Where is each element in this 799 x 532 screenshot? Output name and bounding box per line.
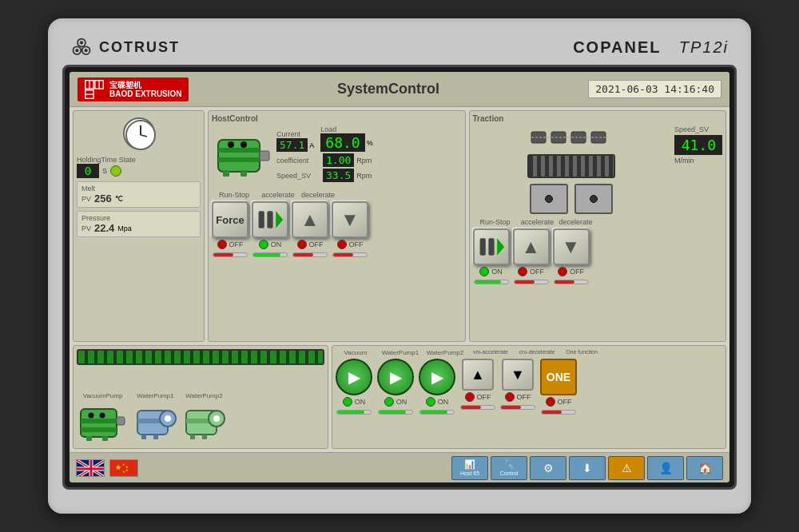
decelerate-button[interactable]: ▼	[332, 201, 368, 238]
traction-run-slider[interactable]	[474, 280, 509, 284]
cru-decel-slider[interactable]	[500, 405, 535, 410]
run-stop-led-green	[259, 240, 268, 249]
cru-decel-button[interactable]: ▼	[502, 359, 534, 391]
pressure-pv-label: PV	[81, 224, 91, 232]
melt-value: 256	[94, 193, 112, 204]
decelerate-slider[interactable]	[332, 252, 368, 257]
svg-point-18	[228, 141, 234, 148]
vm-accel-button[interactable]: ▲	[462, 359, 494, 391]
run-stop-slider[interactable]	[252, 252, 288, 257]
vacuum-panel-labels: Vacuum WaterPump1 WaterPump2 vm-accelera…	[336, 349, 722, 356]
host-control-panel: HostControl	[208, 110, 466, 342]
svg-point-45	[165, 415, 171, 422]
traction-decel-slider[interactable]	[554, 280, 589, 284]
traction-decelerate-label: decelerate	[558, 218, 594, 226]
traction-panel: Traction	[469, 110, 727, 342]
water1-on-button[interactable]: ▶	[377, 359, 414, 395]
flag-uk[interactable]	[76, 459, 105, 477]
coefficient-label: coefficient	[276, 157, 320, 165]
load-value: 68.0	[320, 133, 364, 152]
clock-area	[77, 114, 201, 153]
footer-control-icon: 🔧	[503, 459, 515, 470]
melt-box: Melt PV 256 ℃	[77, 181, 201, 208]
vacuum-on-label: ON	[355, 398, 366, 406]
vm-accel-led	[465, 392, 475, 402]
footer-home-button[interactable]: 🏠	[686, 456, 723, 480]
one-slider[interactable]	[541, 410, 576, 415]
vacuum-on-button[interactable]: ▶	[336, 359, 372, 395]
svg-rect-21	[223, 170, 229, 177]
warning-icon: ⚠	[622, 462, 632, 474]
pressure-box: Pressure PV 22.4 Mpa	[77, 211, 201, 237]
traction-top-rollers	[527, 125, 615, 149]
water1-on-slider[interactable]	[378, 410, 413, 415]
coefficient-unit: Rpm	[356, 157, 372, 165]
accelerate-slider[interactable]	[292, 252, 328, 257]
vp-vm-accel-label: vm-accelerate	[470, 349, 511, 356]
svg-text:★: ★	[122, 470, 125, 474]
host-buttons-row: Run-Stop accelerate decelerate	[212, 191, 462, 199]
svg-rect-52	[190, 435, 195, 439]
vacuum-pump-label: VacuumPump	[83, 392, 123, 399]
one-off-label: OFF	[558, 398, 572, 406]
footer-host65-button[interactable]: 📊 Host 65	[451, 456, 488, 480]
footer-download-button[interactable]: ⬇	[569, 456, 606, 480]
cotrust-logo-icon	[70, 36, 93, 58]
traction-decelerate-btn-group: ▼ OFF	[553, 228, 590, 284]
traction-decelerate-button[interactable]: ▼	[553, 228, 590, 265]
traction-run-stop-label: Run-Stop	[473, 218, 518, 226]
traction-title: Traction	[473, 114, 723, 123]
water2-on-slider[interactable]	[419, 410, 455, 415]
water2-on-button[interactable]: ▶	[419, 359, 455, 395]
run-stop-button[interactable]	[252, 201, 288, 238]
svg-point-5	[85, 49, 88, 52]
traction-on-label: ON	[491, 268, 503, 276]
company-name: 宝碟塑机 BAOD EXTRUSION	[109, 81, 182, 98]
pressure-unit: Mpa	[117, 224, 132, 232]
traction-accelerate-button[interactable]: ▲	[513, 228, 550, 265]
conveyor-panel: VacuumPump	[73, 345, 328, 449]
svg-rect-53	[202, 435, 207, 439]
vm-accel-slider[interactable]	[460, 405, 495, 410]
water-pump2-label: WaterPump2	[185, 392, 222, 399]
brand-model: TP12i	[679, 38, 729, 56]
melt-unit: ℃	[115, 195, 123, 203]
force-slider[interactable]	[213, 252, 248, 257]
brand-right: COPANEL TP12i	[573, 38, 729, 57]
decelerate-off-label: OFF	[349, 240, 364, 248]
run-stop-btn-group: ON	[252, 201, 288, 257]
svg-point-38	[100, 413, 105, 419]
svg-rect-20	[260, 151, 269, 161]
motor-icon	[212, 125, 272, 185]
cru-decel-btn-group: ▼ OFF	[500, 359, 535, 410]
footer-settings-button[interactable]: ⚙	[530, 456, 566, 480]
brand-main: COPANEL	[573, 38, 661, 56]
vacuum-on-led	[343, 397, 352, 407]
datetime-display: 2021-06-03 14:16:40	[588, 80, 721, 98]
host-buttons: Force OFF	[212, 201, 462, 257]
svg-rect-31	[479, 238, 485, 256]
svg-rect-46	[141, 435, 146, 439]
traction-run-stop-button[interactable]	[473, 228, 510, 265]
force-button[interactable]: Force	[212, 201, 248, 238]
traction-btn-labels: Run-Stop accelerate decelerate	[473, 218, 723, 226]
traction-dot-right	[590, 195, 598, 203]
melt-label: Melt	[81, 185, 196, 193]
one-button[interactable]: ONE	[540, 359, 577, 395]
one-led	[546, 397, 555, 407]
vacuum-on-slider[interactable]	[336, 410, 372, 415]
one-btn-group: ONE OFF	[540, 359, 577, 415]
gear-icon: ⚙	[543, 462, 554, 474]
flag-china[interactable]: ★ ★ ★ ★ ★	[109, 459, 138, 477]
current-label: Current	[276, 130, 314, 138]
load-label: Load	[320, 125, 372, 133]
vacuum-panel: Vacuum WaterPump1 WaterPump2 vm-accelera…	[332, 345, 726, 449]
footer-warning-button[interactable]: ⚠	[608, 456, 645, 480]
accelerate-button[interactable]: ▲	[292, 201, 328, 238]
holding-time-value: 0	[77, 164, 99, 178]
coefficient-value: 1.00	[323, 153, 354, 167]
traction-accel-slider[interactable]	[514, 280, 549, 284]
footer-control-button[interactable]: 🔧 Control	[491, 456, 527, 480]
pressure-value: 22.4	[94, 222, 114, 234]
footer-user-button[interactable]: 👤	[647, 456, 684, 480]
